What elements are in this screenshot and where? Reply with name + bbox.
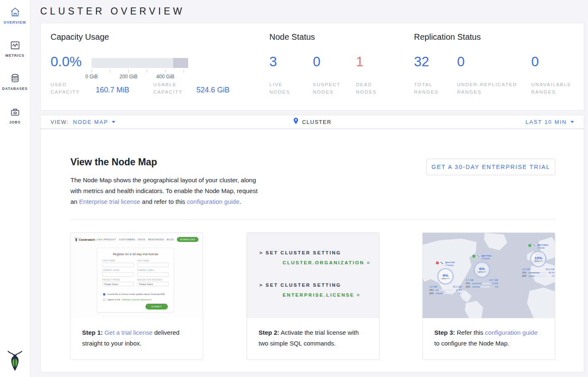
mini-field-select: Please Select <box>102 282 134 286</box>
qps-value: 4.4 <box>548 275 554 277</box>
axis-tick <box>110 70 110 72</box>
usable-capacity-value: 524.6 GiB <box>196 86 230 94</box>
qps-value: 5.8 <box>491 285 498 288</box>
mini-field-label: COMPANY EMAIL <box>137 269 169 271</box>
sidebar-item-metrics[interactable]: METRICS <box>0 40 30 58</box>
cluster-scope: CLUSTER <box>41 115 584 128</box>
capacity-percent: 10% <box>534 256 542 260</box>
capacity-total: 36.6 GiB <box>546 268 554 271</box>
step3-card: ! geo=sfo 2 Nodes 9% CAPACITY 3.2 GiB 35… <box>422 232 555 360</box>
capacity-used: 3.7 GiB <box>466 279 473 281</box>
cpu-value: 11.0% <box>455 289 462 291</box>
mini-nav-item: DOCS <box>138 238 145 241</box>
mini-field-select: Please Select <box>137 282 169 286</box>
nodes-icon <box>440 261 444 265</box>
mini-checkbox-label: I would like to receive email updates ab… <box>107 293 165 295</box>
mini-field-input <box>102 263 134 267</box>
sql-command: > SET CLUSTER SETTING <box>259 283 341 288</box>
sql-setting: CLUSTER.ORGANIZATION = <box>283 260 371 265</box>
configuration-guide-link[interactable]: configuration guide <box>187 198 240 205</box>
page-title: CLUSTER OVERVIEW <box>40 6 185 17</box>
description-text: . <box>240 198 241 205</box>
cluster-summary-panel: Capacity Usage 0.0% 0 GiB 200 GiB 400 Gi… <box>40 23 584 111</box>
mini-nav-item: PRODUCT <box>104 238 116 241</box>
capacity-percent: 6% <box>479 267 485 271</box>
sidebar-item-overview[interactable]: OVERVIEW <box>0 7 30 24</box>
mini-field-input <box>137 263 169 267</box>
check-badge-icon: ✓ <box>528 244 531 247</box>
map-locality-nyc: ✓ geo=nyc 2 Nodes 6% CAPACITY 3.7 GiB 43… <box>464 254 500 288</box>
step1-thumbnail: Cockroach LABS PRODUCT CUSTOMERS DOCS RE… <box>70 233 203 318</box>
nodes-icon <box>477 255 480 259</box>
dead-nodes-count: 1 <box>356 54 363 70</box>
replication-status-title: Replication Status <box>414 32 481 42</box>
usable-capacity-label: USABLE CAPACITY <box>153 81 193 96</box>
sidebar-item-databases[interactable]: DATABASES <box>0 73 30 91</box>
check-badge-icon: ✓ <box>472 255 475 258</box>
live-nodes-count: 3 <box>269 54 277 70</box>
step-number: Step 2: <box>259 329 279 336</box>
get-trial-license-link[interactable]: Get a trial license <box>104 329 152 336</box>
cpu-label: CPU <box>522 271 527 274</box>
capacity-used: 3.6 GiB <box>522 268 530 271</box>
mini-nav-item: RESOURCES <box>148 238 164 241</box>
capacity-ring: 6% CAPACITY <box>474 261 490 278</box>
cpu-label: CPU <box>466 282 471 285</box>
briefcase-icon <box>0 106 30 118</box>
locality-name: geo=sfo <box>445 261 455 264</box>
capacity-used-percent: 0.0% <box>51 54 82 70</box>
metrics-icon <box>0 40 30 51</box>
suspect-nodes-count: 0 <box>313 54 320 70</box>
sql-setting: ENTERPRISE.LICENSE = <box>283 292 361 297</box>
sidebar-item-label: METRICS <box>0 53 30 58</box>
map-pin-icon <box>293 117 299 126</box>
dead-nodes-label: DEAD NODES <box>356 81 389 96</box>
description-text: and refer to this <box>140 198 187 205</box>
cockroach-labs-logo <box>7 350 23 373</box>
capacity-total: 43.7 GiB <box>489 279 498 281</box>
capacity-label: CAPACITY <box>441 278 450 280</box>
capacity-used: 3.2 GiB <box>429 285 437 288</box>
divider <box>70 219 555 220</box>
mini-field-label: LAST NAME <box>137 260 169 262</box>
total-ranges-count: 32 <box>414 54 429 70</box>
locality-node-count: 1 Node <box>537 247 548 249</box>
node-map-panel: View the Node Map The Node Map shows the… <box>40 129 584 372</box>
mini-brand-suffix: LABS <box>96 238 103 241</box>
locality-node-count: 2 Nodes <box>445 264 455 267</box>
axis-tick-label: 200 GiB <box>114 74 143 80</box>
capacity-bar-reserved-segment <box>173 58 188 68</box>
locality-name: geo=nyc <box>482 254 492 257</box>
under-replicated-count: 0 <box>457 54 465 70</box>
unavailable-label: UNAVAILABLE RANGES <box>531 81 577 96</box>
sidebar-item-label: DATABASES <box>0 87 30 91</box>
enterprise-trial-button[interactable]: GET A 30-DAY ENTERPRISE TRIAL <box>426 159 555 175</box>
mini-nav-item: CUSTOMERS <box>119 238 135 241</box>
axis-tick <box>165 70 166 72</box>
sql-command: > SET CLUSTER SETTING <box>259 250 341 255</box>
node-status-title: Node Status <box>269 32 315 42</box>
sidebar-item-label: OVERVIEW <box>0 20 30 24</box>
capacity-total: 35.1 GiB <box>453 285 462 288</box>
step2-caption: Step 2: Activate the trial license with … <box>247 318 379 349</box>
time-range-value[interactable]: LAST 10 MIN <box>525 119 567 125</box>
locality-name: geo=ams <box>537 244 548 247</box>
chevron-down-icon <box>571 121 574 123</box>
section-description: The Node Map shows the geographical layo… <box>70 175 262 207</box>
mini-download-button: DOWNLOAD <box>177 237 198 242</box>
configuration-guide-link[interactable]: configuration guide <box>485 329 538 336</box>
step3-thumbnail: ! geo=sfo 2 Nodes 9% CAPACITY 3.2 GiB 35… <box>423 233 555 318</box>
mini-checkbox <box>103 299 105 301</box>
step-number: Step 1: <box>82 329 103 336</box>
mini-field-input <box>137 272 169 277</box>
time-range-selector[interactable]: LAST 10 MIN <box>525 115 574 128</box>
step3-caption: Step 3: Refer this configuration guide t… <box>423 318 555 349</box>
cluster-scope-label: CLUSTER <box>302 119 332 125</box>
capacity-label: CAPACITY <box>534 260 543 262</box>
map-locality-sfo: ! geo=sfo 2 Nodes 9% CAPACITY 3.2 GiB 35… <box>428 261 463 295</box>
mini-checkbox-label: I agree to the <box>107 298 120 301</box>
sidebar-item-jobs[interactable]: JOBS <box>0 106 30 124</box>
under-replicated-label: UNDER-REPLICATED RANGES <box>457 81 523 96</box>
enterprise-trial-license-link[interactable]: Enterprise trial license <box>79 198 140 205</box>
capacity-bar <box>92 58 188 68</box>
